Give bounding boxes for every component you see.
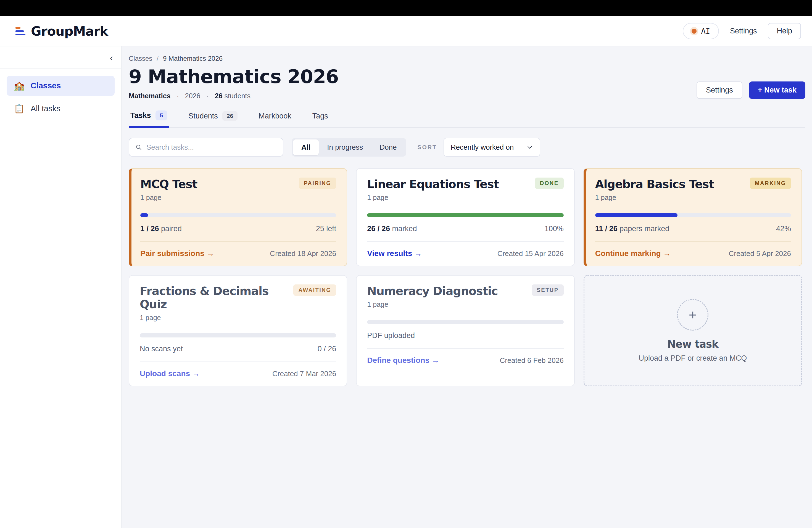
task-created-date: Created 7 Mar 2026 <box>272 369 336 378</box>
header-settings-link[interactable]: Settings <box>730 27 757 35</box>
task-card-mcq-test[interactable]: MCQ Test PAIRING 1 page 1 / 26 paired 25… <box>129 168 347 266</box>
app-header: GroupMark AI Settings Help <box>0 16 812 46</box>
progress-fill <box>367 213 563 217</box>
status-filter: All In progress Done <box>292 138 406 157</box>
status-badge: MARKING <box>750 178 791 189</box>
tab-tags[interactable]: Tags <box>311 111 330 127</box>
breadcrumb-current: 9 Mathematics 2026 <box>163 55 222 62</box>
status-badge: PAIRING <box>299 178 336 189</box>
task-stats: 26 / 26 marked 100% <box>367 224 563 233</box>
task-stats: 1 / 26 paired 25 left <box>140 224 336 233</box>
task-card-numeracy-diagnostic[interactable]: Numeracy Diagnostic SETUP 1 page PDF upl… <box>356 275 575 386</box>
class-settings-button[interactable]: Settings <box>697 82 742 99</box>
class-meta: Mathematics · 2026 · 26 students <box>129 92 338 100</box>
progress-fill <box>140 213 148 217</box>
task-created-date: Created 6 Feb 2026 <box>499 356 563 365</box>
groupmark-logo[interactable]: GroupMark <box>15 24 108 39</box>
sidebar-collapse-icon[interactable]: ‹ <box>110 53 113 62</box>
chevron-down-icon <box>526 144 533 150</box>
groupmark-logo-icon <box>15 27 25 35</box>
task-title: Linear Equations Test <box>367 178 499 191</box>
task-pages: 1 page <box>140 194 336 202</box>
breadcrumb-classes[interactable]: Classes <box>129 55 152 62</box>
view-results-link[interactable]: View results → <box>367 249 422 258</box>
task-pages: 1 page <box>140 314 336 322</box>
progress-fill <box>595 213 678 217</box>
progress-bar <box>140 333 336 337</box>
tab-markbook[interactable]: Markbook <box>257 111 293 127</box>
progress-bar <box>367 320 563 324</box>
card-divider <box>367 348 563 349</box>
sort-selected-value: Recently worked on <box>451 143 514 151</box>
page-title: 9 Mathematics 2026 <box>129 66 338 88</box>
filter-all[interactable]: All <box>293 140 319 155</box>
search-input[interactable] <box>146 143 277 151</box>
task-created-date: Created 15 Apr 2026 <box>497 249 564 258</box>
ai-status-pill[interactable]: AI <box>683 23 719 39</box>
progress-bar <box>367 213 563 217</box>
task-stats: No scans yet 0 / 26 <box>140 344 336 353</box>
tab-students[interactable]: Students 26 <box>187 111 239 127</box>
status-badge: DONE <box>535 178 564 189</box>
search-icon <box>135 144 142 151</box>
pair-submissions-link[interactable]: Pair submissions → <box>140 249 214 258</box>
progress-bar <box>595 213 791 217</box>
clipboard-icon: 📋 <box>14 104 25 114</box>
sidebar-item-label: All tasks <box>31 104 60 113</box>
task-card-algebra-basics-test[interactable]: Algebra Basics Test MARKING 1 page 11 / … <box>584 168 802 266</box>
filter-in-progress[interactable]: In progress <box>319 140 371 155</box>
new-task-title: New task <box>667 338 718 350</box>
sidebar: ‹ 🏫 Classes 📋 All tasks <box>0 46 121 528</box>
status-badge: AWAITING <box>293 284 336 296</box>
help-button[interactable]: Help <box>768 23 801 39</box>
status-badge: SETUP <box>532 284 563 296</box>
ai-status-label: AI <box>701 27 710 35</box>
tab-tasks[interactable]: Tasks 5 <box>129 111 169 128</box>
task-card-fractions-decimals-quiz[interactable]: Fractions & Decimals Quiz AWAITING 1 pag… <box>129 275 347 386</box>
continue-marking-link[interactable]: Continue marking → <box>595 249 671 258</box>
progress-bar <box>140 213 336 217</box>
search-box <box>129 138 284 157</box>
sidebar-item-classes[interactable]: 🏫 Classes <box>6 76 115 96</box>
plus-icon: + <box>677 299 708 331</box>
task-title: Algebra Basics Test <box>595 178 714 191</box>
define-questions-link[interactable]: Define questions → <box>367 356 439 365</box>
breadcrumb: Classes / 9 Mathematics 2026 <box>129 55 806 62</box>
task-card-linear-equations-test[interactable]: Linear Equations Test DONE 1 page 26 / 2… <box>356 168 575 266</box>
new-task-subtitle: Upload a PDF or create an MCQ <box>639 354 747 363</box>
tasks-count-badge: 5 <box>156 111 168 120</box>
task-created-date: Created 5 Apr 2026 <box>729 249 791 258</box>
task-pages: 1 page <box>367 194 563 202</box>
task-title: MCQ Test <box>140 178 197 191</box>
sidebar-item-all-tasks[interactable]: 📋 All tasks <box>6 99 115 119</box>
task-title: Numeracy Diagnostic <box>367 284 498 298</box>
students-count-badge: 26 <box>222 111 237 121</box>
tab-bar: Tasks 5 Students 26 Markbook Tags <box>129 111 806 128</box>
new-task-card[interactable]: + New task Upload a PDF or create an MCQ <box>584 275 802 386</box>
task-pages: 1 page <box>367 300 563 308</box>
task-title: Fractions & Decimals Quiz <box>140 284 293 311</box>
app-window: GroupMark AI Settings Help ‹ 🏫 Classes <box>0 0 812 528</box>
filter-done[interactable]: Done <box>371 140 405 155</box>
sidebar-item-label: Classes <box>31 81 61 90</box>
task-stats: PDF uploaded — <box>367 332 563 340</box>
card-divider <box>595 241 791 242</box>
task-stats: 11 / 26 papers marked 42% <box>595 224 791 233</box>
top-black-strip <box>0 0 812 16</box>
sort-label: SORT <box>417 144 437 150</box>
task-card-grid: MCQ Test PAIRING 1 page 1 / 26 paired 25… <box>129 168 806 386</box>
meta-subject: Mathematics <box>129 92 170 100</box>
sort-select[interactable]: Recently worked on <box>444 138 540 157</box>
breadcrumb-separator: / <box>157 55 159 62</box>
task-pages: 1 page <box>595 194 791 202</box>
upload-scans-link[interactable]: Upload scans → <box>140 369 200 378</box>
meta-year: 2026 <box>185 92 201 100</box>
new-task-button[interactable]: + New task <box>749 82 806 99</box>
app-title: GroupMark <box>31 24 108 39</box>
meta-students: 26 students <box>215 92 250 100</box>
ai-status-dot-icon <box>692 29 697 34</box>
school-icon: 🏫 <box>14 80 25 91</box>
card-divider <box>367 241 563 242</box>
task-created-date: Created 18 Apr 2026 <box>270 249 336 258</box>
main-content: Classes / 9 Mathematics 2026 9 Mathemati… <box>121 46 812 528</box>
